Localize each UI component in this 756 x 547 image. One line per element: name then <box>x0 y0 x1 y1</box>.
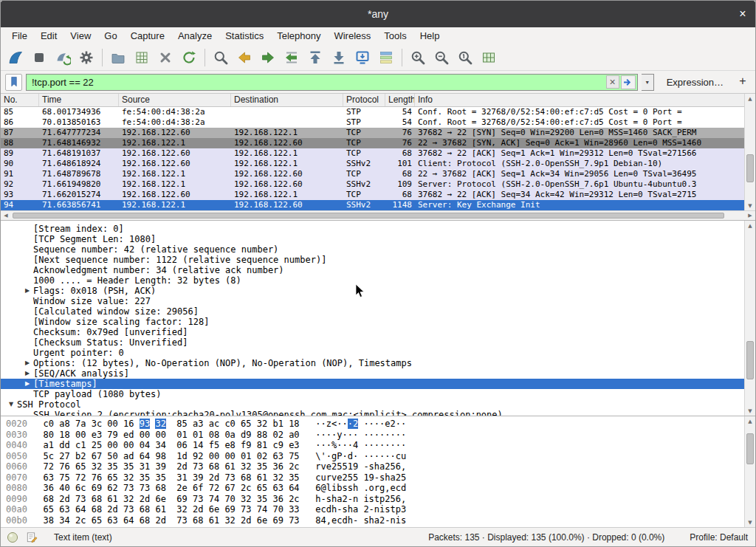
scroll-down-icon[interactable]: ▼ <box>745 517 755 527</box>
save-file-button[interactable] <box>130 47 154 69</box>
filter-clear-button[interactable]: × <box>606 75 619 89</box>
reload-file-button[interactable] <box>177 47 201 69</box>
menu-item-statistics[interactable]: Statistics <box>219 29 270 44</box>
detail-line[interactable]: Acknowledgment number: 34 (relative ack … <box>1 265 744 275</box>
column-header-source[interactable]: Source <box>119 94 231 106</box>
detail-line[interactable]: Checksum: 0x79ed [unverified] <box>1 327 744 337</box>
packet-list-hscrollbar[interactable]: ◀ ▶ <box>1 210 755 220</box>
menu-item-go[interactable]: Go <box>97 29 123 44</box>
zoom-out-button[interactable] <box>430 47 453 69</box>
capture-options-button[interactable] <box>75 47 98 69</box>
find-packet-button[interactable] <box>209 47 233 69</box>
column-header-protocol[interactable]: Protocol <box>343 94 385 106</box>
expand-arrow-icon[interactable]: ▶ <box>21 368 33 379</box>
zoom-in-button[interactable] <box>406 47 430 69</box>
packet-row[interactable]: 8771.647777234192.168.122.60192.168.122.… <box>1 128 744 138</box>
expand-arrow-icon[interactable]: ▶ <box>21 286 33 296</box>
menu-item-edit[interactable]: Edit <box>34 29 63 44</box>
packet-row[interactable]: 9171.648789678192.168.122.1192.168.122.6… <box>1 169 744 179</box>
column-header-destination[interactable]: Destination <box>231 94 343 106</box>
scrollbar-thumb[interactable] <box>746 341 754 379</box>
detail-line[interactable]: [Next sequence number: 1122 (relative se… <box>1 255 744 265</box>
menu-item-telephony[interactable]: Telephony <box>270 29 327 44</box>
open-file-button[interactable] <box>106 47 130 69</box>
hex-row[interactable]: 0020 c0 a8 7a 3c 00 16 93 32 85 a3 ac c0… <box>6 419 744 430</box>
hex-row[interactable]: 0050 5c 27 b2 67 50 ad 64 98 1d 92 00 00… <box>6 451 744 462</box>
hex-row[interactable]: 0080 36 40 6c 69 62 73 73 68 2e 6f 72 67… <box>6 483 744 494</box>
menu-item-analyze[interactable]: Analyze <box>171 29 219 44</box>
scrollbar-thumb[interactable] <box>746 433 754 464</box>
start-capture-button[interactable] <box>4 47 27 69</box>
auto-scroll-button[interactable] <box>351 47 374 69</box>
detail-line[interactable]: [Stream index: 0] <box>1 224 744 234</box>
hex-row[interactable]: 0090 68 2d 73 68 61 32 2d 6e 69 73 74 70… <box>6 494 744 505</box>
packet-row[interactable]: 9471.663856741192.168.122.1192.168.122.6… <box>1 200 744 210</box>
hex-row[interactable]: 0070 63 75 72 76 65 32 35 35 31 39 2d 73… <box>6 472 744 484</box>
resize-columns-button[interactable] <box>477 47 501 69</box>
scrollbar-thumb[interactable] <box>746 154 754 182</box>
column-header-time[interactable]: Time <box>39 94 119 106</box>
status-profile[interactable]: Profile: Default <box>690 532 748 543</box>
column-header-no[interactable]: No. <box>1 94 39 106</box>
hex-row[interactable]: 0060 72 76 65 32 35 35 31 39 2d 73 68 61… <box>6 461 744 472</box>
detail-line[interactable]: [Calculated window size: 29056] <box>1 306 744 317</box>
packet-row[interactable]: 8568.001734936fe:54:00:d4:38:2aSTP54Conf… <box>1 107 744 117</box>
detail-line[interactable]: Window size value: 227 <box>1 296 744 306</box>
packet-list-scrollbar[interactable]: ▲ ▼ <box>744 94 755 210</box>
go-back-button[interactable] <box>233 47 256 69</box>
menu-item-tools[interactable]: Tools <box>377 29 413 44</box>
scroll-down-icon[interactable]: ▼ <box>745 201 755 210</box>
expand-arrow-icon[interactable]: ▶ <box>21 379 33 389</box>
detail-line[interactable]: TCP payload (1080 bytes) <box>1 389 744 399</box>
detail-line[interactable]: ▼SSH Protocol <box>1 399 744 410</box>
go-to-packet-button[interactable] <box>280 47 303 69</box>
detail-line[interactable]: Urgent pointer: 0 <box>1 348 744 358</box>
scroll-up-icon[interactable]: ▲ <box>745 416 755 426</box>
packet-row[interactable]: 9271.661949820192.168.122.1192.168.122.6… <box>1 179 744 190</box>
menu-item-capture[interactable]: Capture <box>124 29 171 44</box>
restart-capture-button[interactable] <box>51 47 75 69</box>
filter-bookmark-button[interactable] <box>5 74 22 91</box>
hscrollbar-thumb[interactable] <box>13 213 724 219</box>
display-filter-input[interactable]: !tcp.port == 22 × <box>26 74 638 91</box>
details-scrollbar[interactable]: ▲ ▼ <box>744 221 755 416</box>
go-forward-button[interactable] <box>256 47 280 69</box>
packet-row[interactable]: 9371.662015274192.168.122.60192.168.122.… <box>1 190 744 200</box>
packet-row[interactable]: 9071.648618924192.168.122.60192.168.122.… <box>1 159 744 169</box>
hex-row[interactable]: 00a0 65 63 64 68 2d 73 68 61 32 2d 6e 69… <box>6 504 744 515</box>
menu-item-wireless[interactable]: Wireless <box>327 29 377 44</box>
hex-scrollbar[interactable]: ▲ ▼ <box>744 416 755 527</box>
column-header-length[interactable]: Length <box>385 94 415 106</box>
expression-button[interactable]: Expression… <box>658 77 731 88</box>
window-close-button[interactable]: × <box>735 6 751 22</box>
scroll-up-icon[interactable]: ▲ <box>745 94 755 103</box>
packet-row[interactable]: 8971.648191037192.168.122.60192.168.122.… <box>1 148 744 159</box>
go-first-button[interactable] <box>303 47 327 69</box>
detail-line[interactable]: 1000 .... = Header Length: 32 bytes (8) <box>1 275 744 286</box>
close-file-button[interactable] <box>154 47 177 69</box>
detail-line[interactable]: [Window size scaling factor: 128] <box>1 317 744 327</box>
packet-row[interactable]: 8670.013850163fe:54:00:d4:38:2aSTP54Conf… <box>1 117 744 128</box>
menu-item-help[interactable]: Help <box>413 29 447 44</box>
menu-item-file[interactable]: File <box>5 29 34 44</box>
detail-line[interactable]: [TCP Segment Len: 1080] <box>1 234 744 244</box>
zoom-normal-button[interactable] <box>453 47 477 69</box>
stop-capture-button[interactable] <box>27 47 51 69</box>
menu-item-view[interactable]: View <box>63 29 97 44</box>
detail-line[interactable]: ▶Flags: 0x018 (PSH, ACK) <box>1 286 744 296</box>
hex-row[interactable]: 0040 a1 dd c1 25 00 00 04 34 06 14 f5 e8… <box>6 440 744 451</box>
detail-line[interactable]: ▶[Timestamps] <box>1 379 744 389</box>
detail-line[interactable]: SSH Version 2 (encryption:chacha20-poly1… <box>1 410 744 416</box>
filter-dropdown-button[interactable]: ▼ <box>642 74 654 91</box>
hex-row[interactable]: 0030 80 18 00 e3 79 ed 00 00 01 01 08 0a… <box>6 430 744 441</box>
collapse-arrow-icon[interactable]: ▼ <box>5 399 17 410</box>
filter-apply-button[interactable] <box>621 75 636 89</box>
capture-comment-button[interactable] <box>24 530 39 545</box>
packet-row[interactable]: 8871.648146932192.168.122.1192.168.122.6… <box>1 138 744 148</box>
column-header-info[interactable]: Info <box>415 94 744 106</box>
go-last-button[interactable] <box>327 47 351 69</box>
scroll-up-icon[interactable]: ▲ <box>745 221 755 230</box>
hex-row[interactable]: 00b0 38 34 2c 65 63 64 68 2d 73 68 61 32… <box>6 515 744 526</box>
scroll-left-icon[interactable]: ◀ <box>1 213 11 219</box>
add-filter-button[interactable]: + <box>735 74 751 90</box>
